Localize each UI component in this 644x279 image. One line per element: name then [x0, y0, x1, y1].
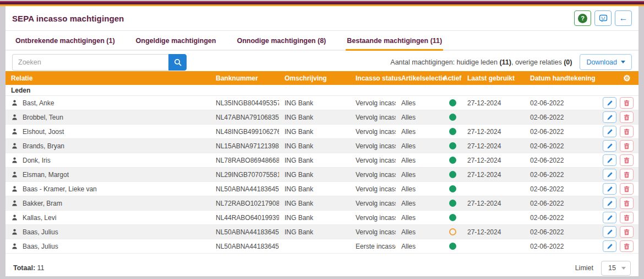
trash-icon [624, 243, 630, 250]
omschrijving-cell: ING Bank [279, 228, 350, 236]
column-artikelselectie: Artikelselectie [396, 74, 443, 82]
banknummer-cell: NL78RABO8694866803 [210, 157, 279, 164]
row-actions [597, 240, 638, 252]
artikelselectie-cell: Alles [396, 243, 443, 250]
delete-button[interactable] [620, 197, 634, 209]
gear-icon[interactable]: ⚙ [624, 74, 631, 82]
banknummer-cell: NL48INGB4991062764 [210, 128, 279, 136]
toolbar-right: Aantal machtigingen: huidige leden (11),… [390, 54, 632, 70]
back-button[interactable]: ← [615, 10, 632, 26]
download-button[interactable]: Download [580, 54, 632, 70]
active-status-dot [449, 157, 456, 164]
datum-handtekening-cell: 02-06-2022 [525, 171, 597, 179]
actief-cell [443, 243, 462, 250]
edit-button[interactable] [603, 183, 616, 195]
edit-button[interactable] [603, 240, 616, 252]
delete-button[interactable] [620, 140, 634, 152]
banknummer-cell: NL29INGB7070755813 [210, 171, 279, 179]
delete-button[interactable] [620, 111, 634, 123]
row-actions [597, 226, 638, 238]
relatie-name: Elshout, Joost [23, 128, 64, 136]
tab-ongeldige-machtigingen[interactable]: Ongeldige machtigingen [135, 33, 217, 50]
artikelselectie-cell: Alles [396, 114, 443, 121]
person-icon [11, 200, 18, 207]
delete-button[interactable] [620, 183, 634, 195]
limit-select[interactable]: 15 [601, 261, 631, 276]
datum-handtekening-cell: 02-06-2022 [525, 228, 597, 236]
edit-button[interactable] [603, 169, 616, 180]
relatie-cell: Brobbel, Teun [6, 114, 210, 121]
row-actions [597, 111, 638, 123]
relatie-cell: Brands, Bryan [6, 142, 210, 150]
datum-handtekening-cell: 02-06-2022 [525, 200, 597, 207]
actief-cell [443, 200, 462, 207]
incasso-status-cell: Vervolg incasso [350, 214, 396, 222]
delete-button[interactable] [620, 226, 634, 238]
count-members: (11) [499, 58, 511, 66]
active-status-dot [449, 142, 456, 149]
relatie-name: Kallas, Levi [23, 214, 56, 222]
tab-ontbrekende-machtigingen-1[interactable]: Ontbrekende machtigingen (1) [14, 33, 116, 50]
column-datum-handtekening: Datum handtekening [525, 74, 597, 82]
omschrijving-cell: ING Bank [279, 157, 350, 164]
relatie-cell: Kallas, Levi [6, 214, 210, 222]
delete-button[interactable] [620, 169, 634, 180]
person-icon [11, 185, 18, 192]
search-button[interactable] [168, 54, 187, 71]
delete-button[interactable] [620, 212, 634, 223]
artikelselectie-cell: Alles [396, 128, 443, 136]
person-icon [11, 228, 18, 235]
actief-cell [443, 142, 462, 149]
tab-onnodige-machtigingen-8[interactable]: Onnodige machtigingen (8) [236, 33, 327, 50]
table-row: Elsman, Margot NL29INGB7070755813 ING Ba… [6, 168, 638, 182]
row-actions [597, 154, 638, 166]
banknummer-cell: NL50ABNA4418364501 [210, 243, 279, 250]
active-status-dot [449, 214, 456, 221]
column-laatst-gebruikt: Laatst gebruikt [462, 74, 525, 82]
delete-button[interactable] [620, 154, 634, 166]
active-status-dot [449, 228, 456, 235]
group-row-leden: Leden [6, 85, 638, 96]
actief-cell [443, 114, 462, 121]
edit-button[interactable] [603, 154, 616, 166]
row-actions [597, 197, 638, 209]
table-row: Baas, Julius NL50ABNA4418364501 Eerste i… [6, 239, 638, 254]
trash-icon [624, 229, 630, 235]
delete-button[interactable] [620, 240, 634, 252]
trash-icon [624, 186, 630, 192]
edit-button[interactable] [603, 226, 616, 238]
delete-button[interactable] [620, 126, 634, 137]
edit-button[interactable] [603, 97, 616, 109]
omschrijving-cell: ING Bank [279, 214, 350, 222]
datum-handtekening-cell: 02-06-2022 [525, 99, 597, 107]
edit-button[interactable] [603, 140, 616, 152]
help-button[interactable]: ? [574, 10, 591, 26]
column-banknummer: Banknummer [210, 74, 279, 82]
relatie-name: Bakker, Bram [23, 200, 62, 207]
search-input[interactable] [12, 54, 168, 71]
omschrijving-cell: ING Bank [279, 114, 350, 121]
relatie-cell: Baas, Julius [6, 228, 210, 236]
omschrijving-cell: ING Bank [279, 200, 350, 207]
count-prefix: Aantal machtigingen: huidige leden [390, 58, 499, 66]
caret-down-icon [621, 267, 626, 270]
table-row: Brands, Bryan NL15ABNA9712139840 ING Ban… [6, 139, 638, 153]
actief-cell [443, 99, 462, 106]
edit-button[interactable] [603, 126, 616, 137]
omschrijving-cell: ING Bank [279, 171, 350, 179]
tab-label: Bestaande machtigingen (11) [347, 37, 442, 45]
edit-button[interactable] [603, 212, 616, 223]
delete-button[interactable] [620, 97, 634, 109]
incasso-status-cell: Vervolg incasso [350, 171, 396, 179]
tab-bestaande-machtigingen-11[interactable]: Bestaande machtigingen (11) [346, 33, 443, 50]
active-status-dot [449, 128, 456, 135]
person-icon [11, 157, 18, 164]
person-icon [11, 114, 18, 121]
tab-label: Ongeldige machtigingen [136, 37, 216, 45]
laatst-gebruikt-cell: 27-12-2024 [462, 128, 525, 136]
feedback-button[interactable] [594, 10, 612, 26]
incasso-status-cell: Vervolg incasso [350, 228, 396, 236]
edit-button[interactable] [603, 111, 616, 123]
incasso-status-cell: Vervolg incasso [350, 185, 396, 193]
edit-button[interactable] [603, 197, 616, 209]
